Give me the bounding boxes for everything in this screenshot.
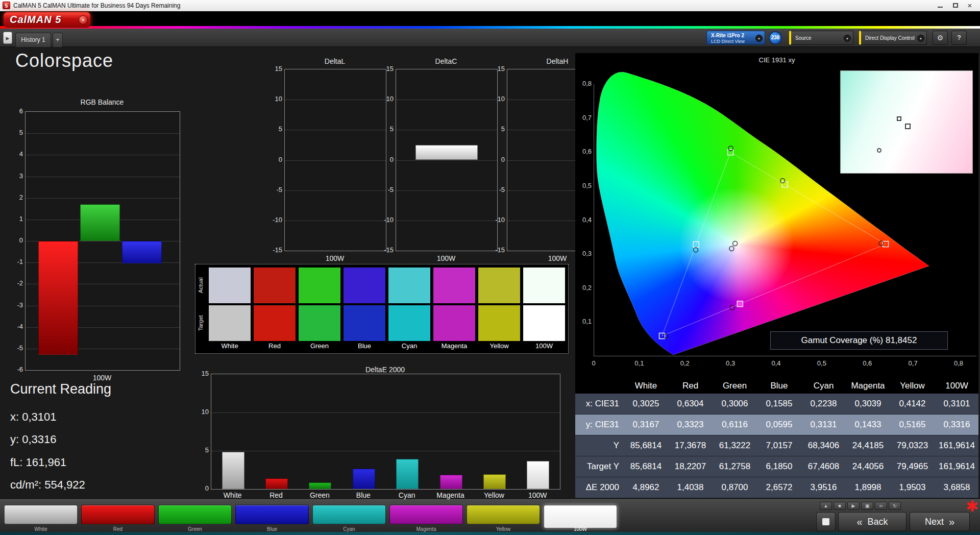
table-cell: 0,3167	[624, 415, 668, 435]
y-tick-label: 0	[7, 236, 23, 244]
swatch-column-label: Yellow	[478, 342, 520, 350]
patch-button-white[interactable]	[4, 505, 78, 524]
page-title: Colorspace	[15, 50, 113, 71]
meter-name: X-Rite i1Pro 2	[711, 33, 744, 38]
meter-dropdown[interactable]: X-Rite i1Pro 2 LCD Direct View ▼	[706, 31, 765, 45]
stop-measurement-button[interactable]	[816, 512, 836, 531]
table-cell: 17,3678	[668, 435, 713, 456]
stop-button[interactable]: ■	[834, 502, 846, 510]
alert-asterisk-icon[interactable]: ✱	[966, 499, 978, 514]
next-chevron-icon: »	[949, 516, 954, 528]
workflow-nav-arrow-button[interactable]: ▶	[3, 32, 12, 44]
maximize-button[interactable]	[948, 1, 963, 10]
patch-button-cyan[interactable]	[312, 505, 386, 524]
measurement-count-badge[interactable]: 238	[769, 31, 782, 44]
patch-button-blue[interactable]	[235, 505, 309, 524]
y-tick-label: -5	[266, 186, 282, 193]
y-tick-label: 15	[488, 65, 505, 72]
table-cell: 0,3025	[624, 394, 668, 414]
y-tick-label: 0	[377, 156, 394, 163]
y-tick-label: 10	[266, 95, 282, 103]
y-tick-label: 15	[266, 65, 282, 72]
cie-y-tick-label: 0,2	[576, 284, 592, 291]
refresh-button[interactable]: ↻	[889, 502, 901, 510]
toolbar: ▶ History 1 + X-Rite i1Pro 2 LCD Direct …	[0, 29, 980, 47]
swatch-column-label: Green	[299, 342, 340, 350]
table-cell: 6,1850	[757, 456, 801, 477]
gridline	[211, 451, 560, 451]
category-label: White	[211, 491, 254, 499]
tab-history-1[interactable]: History 1	[15, 33, 51, 47]
patch-button-green[interactable]	[158, 505, 232, 524]
gamut-triangle	[662, 152, 886, 336]
cie-y-tick-label: 0,8	[576, 80, 592, 87]
main-content: Colorspace RGB Balance 100W 6543210-1-2-…	[0, 47, 980, 499]
y-tick-label: -10	[488, 216, 505, 224]
table-cell: 61,3222	[713, 435, 757, 456]
patch-button-red[interactable]	[81, 505, 155, 524]
calman-window: 5 CalMAN 5 CalMAN Ultimate for Business …	[0, 0, 980, 535]
play-button[interactable]: ▶	[847, 502, 860, 510]
table-cell: 0,3101	[935, 394, 979, 414]
table-cell: 0,6116	[713, 415, 757, 435]
bar	[38, 241, 78, 355]
chart-title: RGB Balance	[25, 98, 179, 106]
calman-logo-text: CalMAN 5	[10, 14, 61, 26]
settings-button[interactable]: ⚙	[933, 31, 948, 45]
y-tick-label: -4	[7, 323, 23, 330]
actual-vs-target-swatches: ActualTargetWhiteRedGreenBlueCyanMagenta…	[195, 264, 569, 354]
cie-x-tick-label: 0,4	[767, 359, 786, 367]
table-header-cell: 100W	[935, 378, 979, 394]
y-tick-label: 10	[377, 95, 394, 103]
y-tick-label: -1	[7, 258, 23, 265]
gridline	[396, 190, 497, 191]
cie-y-tick-label: 0,4	[576, 216, 592, 224]
continuous-button[interactable]: ∞	[875, 502, 887, 510]
y-tick-label: 15	[192, 370, 209, 377]
patch-button-yellow[interactable]	[467, 505, 540, 524]
next-button[interactable]: Next »	[910, 512, 970, 531]
patch-label: White	[4, 526, 78, 532]
minimize-button[interactable]	[933, 1, 947, 10]
gear-icon: ⚙	[937, 34, 944, 42]
eject-button[interactable]: ▲	[820, 502, 832, 510]
table-cell: 0,4142	[890, 394, 935, 414]
capture-button[interactable]: ▣	[861, 502, 873, 510]
table-cell: 161,9614	[935, 456, 979, 477]
patch-button-100w[interactable]	[544, 505, 617, 528]
table-cell: 0,3316	[935, 415, 979, 435]
table-cell: 1,8998	[846, 477, 890, 498]
close-button[interactable]: ×	[963, 1, 977, 10]
delta-e-2000-chart: DeltaE 2000 151050WhiteRedGreenBlueCyanM…	[192, 366, 562, 499]
titlebar: 5 CalMAN 5 CalMAN Ultimate for Business …	[0, 0, 980, 11]
add-tab-button[interactable]: +	[53, 33, 63, 47]
swatch-column-label: 100W	[523, 342, 565, 350]
cie-x-tick-label: 0	[584, 359, 603, 367]
cie-x-tick-label: 0,8	[949, 359, 968, 367]
rgb-balance-chart: RGB Balance 100W 6543210-1-2-3-4-5-6	[7, 98, 183, 390]
y-tick-label: 10	[192, 408, 209, 416]
display-control-dropdown[interactable]: Direct Display Control ▼	[859, 31, 927, 45]
swatch-column-label: Cyan	[388, 342, 430, 350]
y-tick-label: -5	[7, 344, 23, 352]
back-button[interactable]: « Back	[838, 512, 906, 531]
swatch-column-label: White	[209, 342, 251, 350]
delta-c-chart: DeltaC 100W 151050-5-10-15	[377, 57, 501, 266]
table-cell: 0,6304	[668, 394, 713, 414]
source-dropdown[interactable]: Source ▼	[789, 31, 853, 45]
cie-y-tick-label: 0,5	[576, 182, 592, 189]
measured-marker-white	[729, 246, 734, 251]
patch-label: Yellow	[467, 526, 540, 532]
table-row: Target Y85,681418,220761,27586,185067,46…	[575, 456, 978, 477]
logo-menu-button[interactable]: ▼	[79, 15, 88, 25]
patch-button-magenta[interactable]	[389, 505, 463, 524]
gridline	[211, 412, 560, 413]
y-tick-label: -15	[377, 246, 394, 254]
y-tick-label: -2	[7, 279, 23, 287]
gridline	[396, 100, 497, 100]
swatch-actual-yellow	[478, 268, 520, 303]
help-button[interactable]: ?	[951, 31, 967, 45]
swatch-target-blue	[344, 305, 385, 341]
logo-bar: CalMAN 5 ▼	[0, 11, 980, 29]
category-label: Cyan	[385, 491, 429, 499]
